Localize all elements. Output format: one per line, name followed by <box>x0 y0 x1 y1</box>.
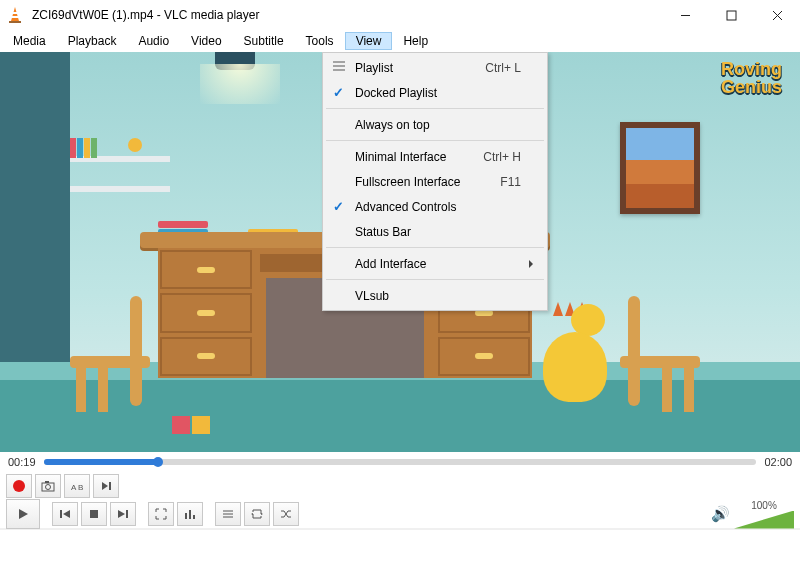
menu-item-shortcut: Ctrl+ L <box>485 61 521 75</box>
stop-icon <box>87 507 101 521</box>
playlist-button[interactable] <box>215 502 241 526</box>
frame-step-icon <box>99 479 113 493</box>
menu-audio[interactable]: Audio <box>127 32 180 50</box>
video-area[interactable]: Roving Genius Playlist Ctrl+ L ✓ Docked … <box>0 52 800 452</box>
scene-lamp <box>200 52 270 112</box>
elapsed-time[interactable]: 00:19 <box>8 456 36 468</box>
menu-item-status-bar[interactable]: Status Bar <box>325 219 545 244</box>
seek-slider[interactable] <box>44 459 757 465</box>
svg-rect-13 <box>45 481 49 483</box>
stop-button[interactable] <box>81 502 107 526</box>
menu-item-playlist[interactable]: Playlist Ctrl+ L <box>325 55 545 80</box>
check-icon: ✓ <box>333 85 344 100</box>
submenu-arrow-icon <box>529 260 537 268</box>
svg-rect-2 <box>11 16 18 18</box>
frame-step-button[interactable] <box>93 474 119 498</box>
playlist-icon <box>332 60 346 75</box>
scene-picture-frame <box>620 122 700 214</box>
menu-separator <box>326 247 544 248</box>
menu-item-fullscreen-interface[interactable]: Fullscreen Interface F11 <box>325 169 545 194</box>
menu-item-advanced-controls[interactable]: ✓ Advanced Controls <box>325 194 545 219</box>
svg-marker-30 <box>261 513 263 515</box>
loop-ab-icon: AB <box>70 479 84 493</box>
record-button[interactable] <box>6 474 32 498</box>
svg-text:B: B <box>78 483 83 492</box>
title-bar: ZCI69dVtW0E (1).mp4 - VLC media player <box>0 0 800 30</box>
menu-subtitle[interactable]: Subtitle <box>233 32 295 50</box>
svg-marker-20 <box>63 510 70 518</box>
fullscreen-button[interactable] <box>148 502 174 526</box>
menu-item-label: Docked Playlist <box>355 86 521 100</box>
scene-block <box>172 416 190 434</box>
total-time[interactable]: 02:00 <box>764 456 792 468</box>
previous-button[interactable] <box>52 502 78 526</box>
menu-media[interactable]: Media <box>2 32 57 50</box>
scene-block <box>192 416 210 434</box>
playlist-icon <box>221 507 235 521</box>
menu-item-label: Advanced Controls <box>355 200 521 214</box>
svg-text:A: A <box>71 483 77 492</box>
scene-dinosaur <box>535 298 625 408</box>
menu-separator <box>326 108 544 109</box>
shuffle-button[interactable] <box>273 502 299 526</box>
content-logo-line2: Genius <box>721 78 782 96</box>
loop-icon <box>250 507 264 521</box>
loop-button[interactable] <box>244 502 270 526</box>
menu-item-add-interface[interactable]: Add Interface <box>325 251 545 276</box>
menu-item-label: Always on top <box>355 118 521 132</box>
equalizer-icon <box>183 507 197 521</box>
menu-item-label: Status Bar <box>355 225 521 239</box>
svg-rect-5 <box>727 11 736 20</box>
menu-tools[interactable]: Tools <box>295 32 345 50</box>
svg-rect-1 <box>12 12 18 14</box>
menu-item-always-on-top[interactable]: Always on top <box>325 112 545 137</box>
next-button[interactable] <box>110 502 136 526</box>
seek-knob[interactable] <box>153 457 163 467</box>
svg-rect-25 <box>189 510 191 519</box>
minimize-button[interactable] <box>662 0 708 30</box>
menu-item-label: VLsub <box>355 289 521 303</box>
menu-item-label: Playlist <box>355 61 485 75</box>
svg-marker-18 <box>19 509 28 519</box>
snapshot-button[interactable] <box>35 474 61 498</box>
menu-item-minimal-interface[interactable]: Minimal Interface Ctrl+ H <box>325 144 545 169</box>
maximize-button[interactable] <box>708 0 754 30</box>
svg-rect-24 <box>185 513 187 519</box>
seek-progress <box>44 459 158 465</box>
menu-item-label: Fullscreen Interface <box>355 175 500 189</box>
svg-point-12 <box>46 485 51 490</box>
menu-item-label: Add Interface <box>355 257 521 271</box>
time-bar: 00:19 02:00 <box>0 452 800 472</box>
svg-rect-3 <box>9 21 21 23</box>
speaker-icon[interactable]: 🔊 <box>711 505 730 523</box>
scene-shelf <box>70 138 170 192</box>
svg-marker-16 <box>102 482 108 490</box>
menu-playback[interactable]: Playback <box>57 32 128 50</box>
skip-back-icon <box>58 507 72 521</box>
svg-rect-21 <box>90 510 98 518</box>
check-icon: ✓ <box>333 199 344 214</box>
camera-icon <box>41 479 55 493</box>
volume-control: 🔊 100% <box>711 500 794 529</box>
volume-slider[interactable] <box>734 511 794 529</box>
menu-view[interactable]: View <box>345 32 393 50</box>
bottom-border <box>0 528 800 530</box>
close-button[interactable] <box>754 0 800 30</box>
menu-separator <box>326 140 544 141</box>
svg-marker-22 <box>118 510 125 518</box>
menu-video[interactable]: Video <box>180 32 232 50</box>
skip-forward-icon <box>116 507 130 521</box>
menu-separator <box>326 279 544 280</box>
menu-help[interactable]: Help <box>392 32 439 50</box>
menu-bar: Media Playback Audio Video Subtitle Tool… <box>0 30 800 52</box>
vlc-cone-icon <box>6 6 24 24</box>
loop-ab-button[interactable]: AB <box>64 474 90 498</box>
svg-rect-23 <box>126 510 128 518</box>
record-icon <box>13 480 25 492</box>
content-logo: Roving Genius <box>721 60 782 96</box>
play-button[interactable] <box>6 499 40 529</box>
menu-item-docked-playlist[interactable]: ✓ Docked Playlist <box>325 80 545 105</box>
menu-item-vlsub[interactable]: VLsub <box>325 283 545 308</box>
main-controls-bar: 🔊 100% <box>0 500 800 528</box>
extended-settings-button[interactable] <box>177 502 203 526</box>
